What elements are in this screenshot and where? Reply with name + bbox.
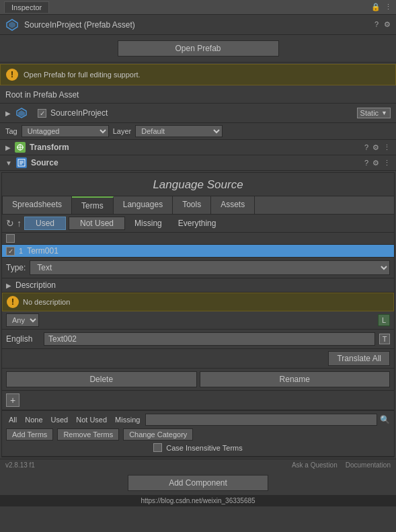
url-bar: https://blog.csdn.net/weixin_36335685 [0,495,396,506]
any-select[interactable]: Any [6,313,39,327]
svg-marker-1 [9,22,15,28]
component-name: SourceInProject [50,108,353,118]
lang-row: English T [2,330,394,349]
no-desc-warning-icon: ! [7,296,19,308]
svg-marker-3 [18,110,25,116]
description-header: ▶ Description [2,278,394,293]
subtab-missing[interactable]: Missing [128,217,169,229]
desc-expand-icon[interactable]: ▶ [6,282,11,289]
more-icon[interactable]: ⋮ [385,3,392,11]
source-label: Source [31,158,360,167]
all-button[interactable]: All [6,414,19,425]
expand-icon[interactable]: ▶ [5,110,11,117]
toolbar-row1: All None Used Not Used Missing 🔍 [6,414,390,426]
open-prefab-button[interactable]: Open Prefab [118,40,279,56]
transform-icon [15,142,26,153]
lang-input[interactable] [44,332,375,346]
layer-select[interactable]: Default [135,125,223,137]
not-used-filter-button[interactable]: Not Used [73,414,110,425]
t-badge[interactable]: T [379,334,390,344]
static-badge: Static ▼ [357,108,391,118]
transform-settings-icon[interactable]: ⚙ [372,143,379,152]
missing-filter-button[interactable]: Missing [112,414,143,425]
tag-select[interactable]: Untagged [22,125,109,137]
layer-label: Layer [113,127,132,135]
bottom-toolbar: All None Used Not Used Missing 🔍 Add Ter… [2,410,394,457]
tab-assets[interactable]: Assets [211,196,255,214]
add-component-row: Add Component [0,471,396,495]
upload-icon[interactable]: ↑ [17,218,22,229]
transform-component: ▶ Transform ? ⚙ ⋮ [0,140,396,155]
no-description-bar: ! No description [2,293,394,311]
none-button[interactable]: None [22,414,45,425]
inspector-tab[interactable]: Inspector [4,1,49,13]
term-row[interactable]: 1 Term001 [2,245,394,258]
tab-terms[interactable]: Terms [72,196,114,214]
refresh-icon[interactable]: ↻ [6,218,14,229]
add-component-button[interactable]: Add Component [128,475,268,491]
plus-row: + [2,391,394,410]
delete-button[interactable]: Delete [6,371,197,387]
lock-icon[interactable]: 🔒 [371,3,381,11]
toolbar-row2: Add Terms Remove Terms Change Category [6,428,390,441]
lang-label: English [6,334,40,344]
type-select[interactable]: Text [30,260,390,275]
language-source-panel: Language Source Spreadsheets Terms Langu… [1,172,395,457]
add-terms-button[interactable]: Add Terms [6,428,53,441]
subtab-everything[interactable]: Everything [171,217,223,229]
search-icon[interactable]: 🔍 [380,415,390,424]
remove-terms-button[interactable]: Remove Terms [57,428,119,441]
translate-all-button[interactable]: Translate All [328,351,390,366]
transform-icons: ? ⚙ ⋮ [364,143,391,152]
tab-languages[interactable]: Languages [114,196,173,214]
subtabs-row: ↻ ↑ Used Not Used Missing Everything [2,215,394,233]
warning-bar: ! Open Prefab for full editing support. [0,64,396,85]
footer-bar: v2.8.13 f1 Ask a Question Documentation [0,459,396,471]
static-label: Static [360,109,379,117]
case-insensitive-checkbox[interactable] [153,443,162,452]
source-icons: ? ⚙ ⋮ [364,159,391,167]
transform-label: Transform [30,143,360,152]
search-input[interactable] [145,414,377,426]
header-title: SourceInProject (Prefab Asset) [24,20,135,30]
tab-tools[interactable]: Tools [173,196,211,214]
l-badge[interactable]: L [378,314,390,326]
help-icon[interactable]: ? [374,20,379,29]
tabs-row: Spreadsheets Terms Languages Tools Asset… [2,196,394,215]
gear-icon[interactable]: ⚙ [384,20,391,29]
description-label: Description [15,280,56,290]
source-help-icon[interactable]: ? [364,159,368,167]
no-desc-text: No description [23,298,70,306]
tab-spreadsheets[interactable]: Spreadsheets [2,196,72,214]
subtab-used[interactable]: Used [24,217,66,230]
transform-expand-icon[interactable]: ▶ [5,144,11,151]
title-bar: Inspector 🔒 ⋮ [0,0,396,15]
component-checkbox[interactable] [38,109,46,118]
tag-label: Tag [5,127,17,135]
transform-help-icon[interactable]: ? [364,143,368,152]
source-expand-icon[interactable]: ▼ [5,159,12,167]
action-row: Delete Rename [2,369,394,391]
documentation-link[interactable]: Documentation [346,461,391,469]
type-label: Type: [6,263,26,272]
term-checkbox[interactable] [6,247,15,256]
prefab-icon [5,18,19,32]
term-select-checkbox[interactable] [6,234,15,243]
term-number: 1 [19,247,23,255]
warning-icon: ! [6,69,18,81]
subtab-not-used[interactable]: Not Used [69,217,125,230]
used-filter-button[interactable]: Used [48,414,71,425]
ask-question-link[interactable]: Ask a Question [292,461,338,469]
rename-button[interactable]: Rename [200,371,391,387]
transform-more-icon[interactable]: ⋮ [383,143,391,152]
header-bar: SourceInProject (Prefab Asset) ? ⚙ [0,15,396,35]
static-dropdown-arrow[interactable]: ▼ [381,110,387,116]
term-name: Term001 [27,246,58,256]
source-more-icon[interactable]: ⋮ [383,159,391,167]
add-item-button[interactable]: + [6,393,19,407]
change-category-button[interactable]: Change Category [123,428,193,441]
header-actions: ? ⚙ [374,20,391,29]
type-row: Type: Text [2,258,394,278]
section-label: Root in Prefab Asset [0,87,396,104]
source-settings-icon[interactable]: ⚙ [372,159,379,167]
